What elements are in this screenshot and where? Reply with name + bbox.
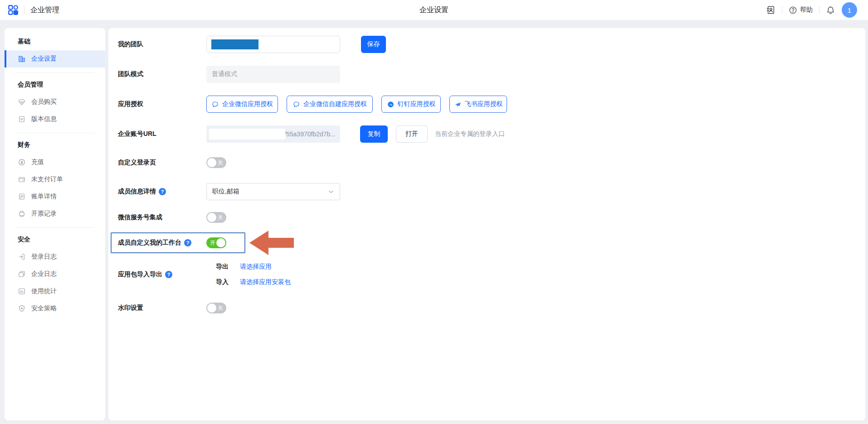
wecom-custom-auth-button[interactable]: 企业微信自建应用授权 bbox=[287, 96, 373, 113]
help-button[interactable]: 帮助 bbox=[789, 6, 813, 14]
my-team-label: 我的团队 bbox=[118, 40, 206, 48]
row-enterprise-url: 企业账号URL /url/55a3970fb2d7b... 复制 打开 当前企业… bbox=[118, 125, 505, 143]
enterprise-url-hint: 当前企业专属的登录入口 bbox=[435, 130, 505, 138]
feishu-icon bbox=[454, 101, 462, 108]
enterprise-url-label: 企业账号URL bbox=[118, 130, 206, 138]
watermark-toggle[interactable]: 关 bbox=[206, 303, 226, 313]
import-label: 导入 bbox=[216, 278, 229, 286]
member-info-help-icon[interactable]: ? bbox=[159, 188, 166, 195]
toggle-state-label: 关 bbox=[218, 212, 223, 223]
member-info-label: 成员信息详情 ? bbox=[118, 188, 206, 196]
sidebar-item-label: 使用统计 bbox=[31, 287, 57, 295]
sidebar-item-unpaid-orders[interactable]: 未支付订单 bbox=[5, 171, 105, 188]
wecom-auth-label: 企业微信应用授权 bbox=[222, 100, 273, 108]
team-mode-label: 团队模式 bbox=[118, 70, 206, 78]
row-watermark: 水印设置 关 bbox=[118, 299, 226, 317]
settings-panel: 我的团队 保存 团队模式 普通模式 应用授权 企业微信应用授权 bbox=[108, 28, 865, 420]
wecom-custom-auth-label: 企业微信自建应用授权 bbox=[303, 100, 367, 108]
sidebar-section-security: 安全 bbox=[5, 235, 105, 244]
app-package-label-row: 应用包导入导出 ? bbox=[118, 266, 206, 283]
export-select-app-link[interactable]: 请选择应用 bbox=[240, 263, 272, 271]
row-export: 导出 请选择应用 bbox=[216, 258, 272, 275]
topbar-right: 帮助 1 bbox=[766, 2, 857, 18]
login-log-icon bbox=[18, 253, 26, 261]
sidebar-item-recharge[interactable]: 充值 bbox=[5, 154, 105, 171]
custom-workbench-help-icon[interactable]: ? bbox=[184, 239, 191, 246]
custom-login-toggle[interactable]: 关 bbox=[206, 157, 226, 168]
sidebar-item-bill-details[interactable]: 账单详情 bbox=[5, 188, 105, 205]
sidebar-item-invoice-records[interactable]: 开票记录 bbox=[5, 205, 105, 222]
stats-icon bbox=[18, 287, 26, 295]
topbar-divider bbox=[782, 6, 782, 14]
avatar[interactable]: 1 bbox=[842, 2, 857, 18]
sidebar-item-enterprise-logs[interactable]: 企业日志 bbox=[5, 265, 105, 283]
contacts-icon[interactable] bbox=[766, 5, 775, 15]
recharge-icon bbox=[18, 158, 26, 166]
toggle-knob bbox=[207, 304, 216, 313]
team-mode-input: 普通模式 bbox=[206, 66, 340, 83]
member-info-select-value: 职位,邮箱 bbox=[212, 188, 239, 196]
security-policy-icon bbox=[18, 304, 26, 313]
sidebar-item-label: 未支付订单 bbox=[31, 175, 63, 183]
wechat-service-toggle[interactable]: 关 bbox=[206, 212, 226, 223]
open-button[interactable]: 打开 bbox=[396, 125, 428, 143]
invoice-icon bbox=[18, 210, 26, 218]
sidebar-section-finance: 财务 bbox=[5, 140, 105, 149]
wecom-icon bbox=[211, 101, 219, 108]
team-name-input[interactable] bbox=[206, 36, 340, 53]
app-auth-buttons: 企业微信应用授权 企业微信自建应用授权 钉钉应用授权 bbox=[206, 96, 507, 113]
app-title: 企业管理 bbox=[30, 5, 59, 15]
sidebar-section-membership: 会员管理 bbox=[5, 80, 105, 89]
gem-icon bbox=[18, 98, 26, 106]
dingtalk-auth-label: 钉钉应用授权 bbox=[398, 100, 436, 108]
chevron-down-icon bbox=[328, 188, 334, 195]
row-my-team: 我的团队 保存 bbox=[118, 36, 386, 53]
import-select-package-link[interactable]: 请选择应用安装包 bbox=[240, 278, 291, 286]
app-grid-logo-icon[interactable] bbox=[7, 4, 19, 16]
sidebar-item-label: 开票记录 bbox=[31, 210, 57, 218]
row-app-auth: 应用授权 企业微信应用授权 企业微信自建应用授权 bbox=[118, 96, 507, 113]
sidebar-item-label: 会员购买 bbox=[31, 98, 57, 106]
enterprise-log-icon bbox=[18, 270, 26, 278]
toggle-knob bbox=[207, 158, 216, 167]
feishu-auth-label: 飞书应用授权 bbox=[465, 100, 503, 108]
custom-login-label: 自定义登录页 bbox=[118, 159, 206, 167]
export-label: 导出 bbox=[216, 263, 229, 271]
page-title: 企业设置 bbox=[419, 5, 449, 15]
sidebar-item-label: 登录日志 bbox=[31, 253, 57, 261]
enterprise-url-input[interactable]: /url/55a3970fb2d7b... bbox=[206, 125, 340, 143]
wallet-icon bbox=[18, 175, 26, 183]
feishu-auth-button[interactable]: 飞书应用授权 bbox=[449, 96, 507, 113]
redacted-url-part bbox=[209, 129, 285, 140]
sidebar-item-version-info[interactable]: 版本信息 bbox=[5, 111, 105, 128]
dingtalk-auth-button[interactable]: 钉钉应用授权 bbox=[381, 96, 441, 113]
copy-button[interactable]: 复制 bbox=[360, 125, 388, 143]
watermark-label: 水印设置 bbox=[118, 304, 206, 312]
dingtalk-icon bbox=[387, 101, 395, 108]
custom-workbench-toggle[interactable]: 开 bbox=[206, 237, 226, 248]
save-button[interactable]: 保存 bbox=[361, 36, 386, 53]
bell-icon[interactable] bbox=[826, 5, 835, 15]
sidebar-divider bbox=[15, 72, 94, 73]
member-info-select[interactable]: 职位,邮箱 bbox=[206, 183, 340, 200]
row-custom-workbench: 成员自定义我的工作台 ? 开 bbox=[118, 234, 226, 251]
arrow-annotation bbox=[249, 230, 295, 256]
topbar-divider bbox=[819, 6, 819, 14]
sidebar-item-usage-stats[interactable]: 使用统计 bbox=[5, 283, 105, 300]
building-icon bbox=[18, 55, 26, 63]
sidebar-divider bbox=[15, 133, 94, 133]
sidebar-item-label: 安全策略 bbox=[31, 304, 57, 313]
wecom-auth-button[interactable]: 企业微信应用授权 bbox=[206, 96, 278, 113]
sidebar-item-login-logs[interactable]: 登录日志 bbox=[5, 248, 105, 265]
sidebar-item-security-policy[interactable]: 安全策略 bbox=[5, 300, 105, 317]
topbar: 企业管理 企业设置 帮助 bbox=[0, 0, 868, 20]
sidebar-item-label: 充值 bbox=[31, 158, 44, 166]
sidebar-section-basic: 基础 bbox=[5, 37, 105, 46]
app-package-label: 应用包导入导出 ? bbox=[118, 270, 206, 279]
sidebar-item-enterprise-settings[interactable]: 企业设置 bbox=[5, 50, 105, 67]
custom-workbench-label-text: 成员自定义我的工作台 bbox=[118, 239, 181, 247]
bill-icon bbox=[18, 193, 26, 201]
app-package-help-icon[interactable]: ? bbox=[165, 271, 172, 278]
wechat-service-label: 微信服务号集成 bbox=[118, 213, 206, 222]
sidebar-item-member-purchase[interactable]: 会员购买 bbox=[5, 93, 105, 111]
